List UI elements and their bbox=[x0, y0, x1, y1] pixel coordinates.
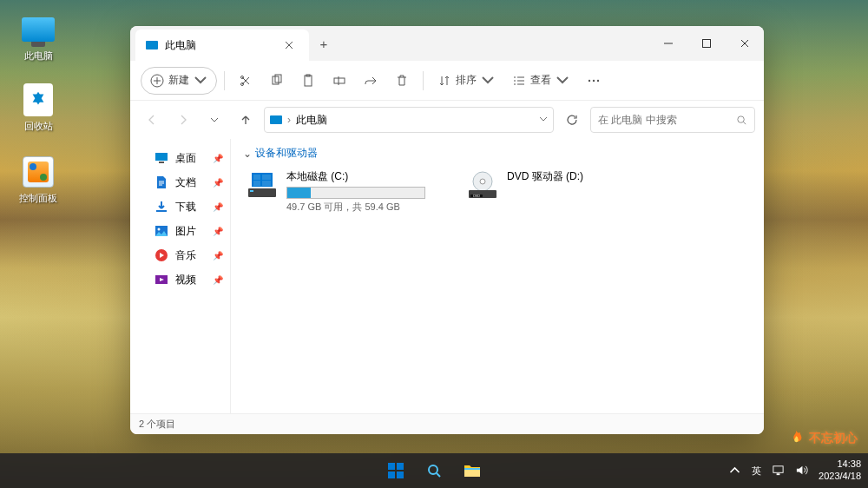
search-box[interactable] bbox=[590, 107, 755, 133]
svg-rect-39 bbox=[464, 468, 480, 470]
volume-icon[interactable] bbox=[795, 464, 808, 478]
windows-drive-icon bbox=[247, 169, 278, 201]
sidebar-item-videos[interactable]: 视频📌 bbox=[130, 267, 230, 292]
new-tab-button[interactable]: + bbox=[309, 26, 339, 61]
clipboard-icon bbox=[301, 74, 315, 88]
music-icon bbox=[155, 248, 168, 262]
more-button[interactable] bbox=[580, 67, 608, 95]
sidebar-item-desktop[interactable]: 桌面📌 bbox=[130, 146, 230, 170]
drive-c[interactable]: 本地磁盘 (C:) 49.7 GB 可用，共 59.4 GB bbox=[243, 166, 443, 217]
new-button[interactable]: 新建 bbox=[141, 67, 217, 95]
svg-point-30 bbox=[480, 179, 485, 184]
svg-rect-40 bbox=[773, 465, 783, 472]
dvd-drive-icon: DVD bbox=[467, 169, 498, 201]
back-button[interactable] bbox=[139, 107, 165, 133]
svg-rect-13 bbox=[155, 153, 168, 161]
sidebar-item-documents[interactable]: 文档📌 bbox=[130, 170, 230, 195]
system-tray[interactable]: 英 14:38 2023/4/18 bbox=[728, 458, 861, 483]
drive-title: DVD 驱动器 (D:) bbox=[507, 169, 660, 184]
video-icon bbox=[155, 273, 168, 287]
drive-subtitle: 49.7 GB 可用，共 59.4 GB bbox=[286, 201, 439, 214]
sidebar: 桌面📌 文档📌 下载📌 图片📌 音乐📌 视频📌 ›此电脑 ›网络 bbox=[130, 139, 231, 413]
search-input[interactable] bbox=[598, 114, 731, 126]
sidebar-item-downloads[interactable]: 下载📌 bbox=[130, 195, 230, 219]
taskbar[interactable]: 英 14:38 2023/4/18 bbox=[0, 453, 868, 488]
sidebar-item-pictures[interactable]: 图片📌 bbox=[130, 219, 230, 243]
breadcrumb[interactable]: › 此电脑 bbox=[264, 107, 554, 133]
desktop-icon-label: 回收站 bbox=[12, 120, 64, 133]
svg-rect-35 bbox=[397, 463, 404, 470]
share-button[interactable] bbox=[357, 67, 385, 95]
refresh-button[interactable] bbox=[559, 107, 585, 133]
file-explorer-window: 此电脑 + 新建 bbox=[130, 26, 764, 434]
status-bar: 2 个项目 bbox=[130, 413, 764, 434]
forward-button[interactable] bbox=[170, 107, 196, 133]
control-panel-icon bbox=[23, 156, 54, 188]
watermark: 不忘初心 bbox=[786, 429, 858, 448]
sidebar-item-music[interactable]: 音乐📌 bbox=[130, 243, 230, 267]
network-icon[interactable] bbox=[772, 464, 785, 478]
date: 2023/4/18 bbox=[819, 471, 861, 483]
copy-button[interactable] bbox=[263, 67, 291, 95]
windows-logo-icon bbox=[387, 462, 404, 479]
taskbar-explorer-button[interactable] bbox=[456, 456, 489, 485]
svg-point-10 bbox=[593, 79, 595, 81]
tray-chevron-icon[interactable] bbox=[728, 464, 741, 478]
breadcrumb-dropdown[interactable] bbox=[539, 114, 548, 126]
drive-d-dvd[interactable]: DVD DVD 驱动器 (D:) bbox=[464, 166, 663, 217]
sort-icon bbox=[437, 74, 451, 88]
breadcrumb-segment[interactable]: 此电脑 bbox=[296, 113, 327, 128]
monitor-icon bbox=[22, 17, 55, 42]
pin-icon: 📌 bbox=[213, 275, 223, 285]
rename-button[interactable] bbox=[326, 67, 353, 95]
group-header-devices[interactable]: ⌄ 设备和驱动器 bbox=[243, 146, 752, 161]
content-pane[interactable]: ⌄ 设备和驱动器 本地磁盘 (C:) 49.7 GB 可用，共 59.4 GB bbox=[231, 139, 764, 413]
window-tab[interactable]: 此电脑 bbox=[135, 30, 309, 61]
ime-indicator[interactable]: 英 bbox=[752, 465, 761, 478]
svg-rect-34 bbox=[388, 463, 395, 470]
taskbar-search-button[interactable] bbox=[418, 456, 450, 485]
flame-icon bbox=[786, 429, 806, 448]
address-bar-row: › 此电脑 bbox=[130, 101, 764, 139]
desktop-icon-label: 控制面板 bbox=[12, 192, 64, 205]
maximize-button[interactable] bbox=[687, 26, 726, 61]
clock[interactable]: 14:38 2023/4/18 bbox=[819, 458, 861, 483]
svg-point-16 bbox=[158, 228, 161, 231]
item-count: 2 个项目 bbox=[139, 418, 175, 431]
desktop-icon-control-panel[interactable]: 控制面板 bbox=[12, 155, 64, 205]
svg-point-11 bbox=[597, 79, 599, 81]
capacity-bar bbox=[286, 187, 425, 199]
svg-point-38 bbox=[429, 465, 437, 474]
view-button[interactable]: 查看 bbox=[505, 67, 576, 95]
plus-circle-icon bbox=[150, 74, 164, 88]
scissors-icon bbox=[239, 74, 253, 88]
minimize-button[interactable] bbox=[649, 26, 687, 61]
svg-rect-6 bbox=[305, 76, 312, 86]
picture-icon bbox=[155, 224, 168, 238]
svg-rect-37 bbox=[397, 472, 404, 478]
paste-button[interactable] bbox=[294, 67, 322, 95]
pc-icon bbox=[270, 115, 282, 124]
pin-icon: 📌 bbox=[213, 227, 223, 236]
sort-button[interactable]: 排序 bbox=[431, 67, 502, 95]
svg-rect-14 bbox=[159, 162, 164, 163]
trash-icon bbox=[395, 74, 409, 88]
pc-icon bbox=[146, 41, 158, 49]
up-button[interactable] bbox=[233, 107, 259, 133]
desktop[interactable]: 此电脑 回收站 控制面板 此电脑 + bbox=[0, 0, 868, 488]
close-button[interactable] bbox=[726, 26, 764, 61]
ellipsis-icon bbox=[587, 74, 601, 88]
start-button[interactable] bbox=[379, 456, 412, 485]
search-icon bbox=[426, 463, 442, 478]
delete-button[interactable] bbox=[388, 67, 416, 95]
recent-dropdown-button[interactable] bbox=[201, 107, 227, 133]
svg-rect-41 bbox=[777, 473, 780, 475]
folder-icon bbox=[464, 463, 481, 478]
tab-close-button[interactable] bbox=[279, 36, 299, 55]
view-icon bbox=[512, 74, 526, 88]
document-icon bbox=[155, 175, 168, 189]
desktop-icon-this-pc[interactable]: 此电脑 bbox=[12, 12, 64, 63]
svg-rect-8 bbox=[334, 78, 345, 83]
desktop-icon-recycle-bin[interactable]: 回收站 bbox=[12, 82, 64, 133]
cut-button[interactable] bbox=[232, 67, 260, 95]
